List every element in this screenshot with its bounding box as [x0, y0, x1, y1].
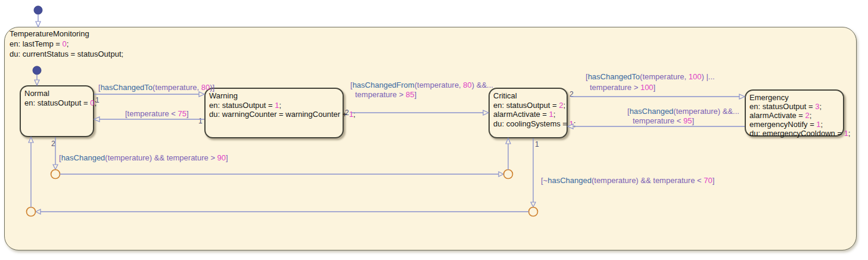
state-action-entry: en: statusOutput = 3;: [749, 102, 843, 111]
state-action-during: du: currentStatus = statusOutput;: [10, 49, 123, 59]
state-action-entry: en: statusOutput = 1;: [209, 101, 343, 110]
transition-label-warning-to-normal[interactable]: [temperature < 75]: [125, 109, 189, 119]
state-action-entry2: alarmActivate = 1;: [493, 110, 567, 119]
default-transition-node-top[interactable]: [34, 6, 42, 14]
transition-label-critical-to-emergency-line2[interactable]: temperature > 100]: [590, 83, 655, 92]
transition-label-normal-to-warning[interactable]: [hasChangedTo(temperature, 80)]: [98, 83, 214, 92]
stateflow-canvas: TemperatureMonitoring en: lastTemp = 0; …: [0, 0, 868, 260]
state-title: Normal: [24, 89, 93, 98]
transition-priority-warning-to-critical: 2: [345, 109, 349, 117]
arrowhead-into-container: [36, 21, 41, 27]
state-action-entry3: emergencyNotify = 1;: [749, 120, 843, 129]
state-action-during: du: warningCounter = warningCounter + 1;: [209, 110, 343, 119]
transition-label-emergency-to-critical-line2[interactable]: temperature < 95]: [633, 116, 694, 126]
transition-priority-critical-to-normal-junction: 1: [535, 140, 539, 148]
transition-label-critical-to-normal-junction[interactable]: [~hasChanged(temperature) && temperature…: [541, 176, 714, 185]
state-title: Warning: [209, 91, 343, 101]
state-title: Critical: [493, 91, 567, 101]
transition-priority-normal-to-critical-junction: 2: [51, 140, 55, 148]
state-title: Emergency: [749, 93, 843, 102]
transition-label-warning-to-critical-line1[interactable]: [hasChangedFrom(temperature, 80) &&...: [350, 81, 493, 90]
state-critical[interactable]: Critical en: statusOutput = 2; alarmActi…: [489, 88, 568, 138]
state-warning[interactable]: Warning en: statusOutput = 1; du: warnin…: [204, 88, 344, 138]
transition-priority-normal-to-warning: 1: [95, 96, 99, 104]
state-title: TemperatureMonitoring: [10, 29, 123, 39]
transition-label-emergency-to-critical-line1[interactable]: [hasChanged(temperature) &&...: [627, 107, 739, 116]
transition-label-critical-to-emergency-line1[interactable]: [hasChangedTo(temperature, 100) |...: [586, 72, 715, 82]
state-emergency[interactable]: Emergency en: statusOutput = 3; alarmAct…: [745, 89, 844, 137]
state-action-during: du: emergencyCooldown = 1;: [749, 129, 843, 138]
state-temperature-monitoring-label: TemperatureMonitoring en: lastTemp = 0; …: [10, 29, 123, 59]
state-action-entry: en: statusOutput = 0;: [24, 98, 93, 108]
state-normal[interactable]: Normal en: statusOutput = 0;: [20, 85, 94, 137]
state-action-entry: en: lastTemp = 0;: [10, 39, 123, 49]
state-action-entry2: alarmActivate = 2;: [749, 111, 843, 120]
transition-label-warning-to-critical-line2[interactable]: temperature > 85]: [355, 90, 416, 100]
state-temperature-monitoring[interactable]: [4, 27, 857, 250]
transition-label-normal-to-critical-junction[interactable]: [hasChanged(temperature) && temperature …: [59, 153, 228, 163]
state-action-entry: en: statusOutput = 2;: [493, 101, 567, 110]
transition-priority-critical-to-emergency: 2: [570, 90, 574, 98]
state-action-during: du: coolingSystems = 1;: [493, 119, 567, 129]
transition-priority-warning-to-normal: 1: [198, 117, 203, 125]
